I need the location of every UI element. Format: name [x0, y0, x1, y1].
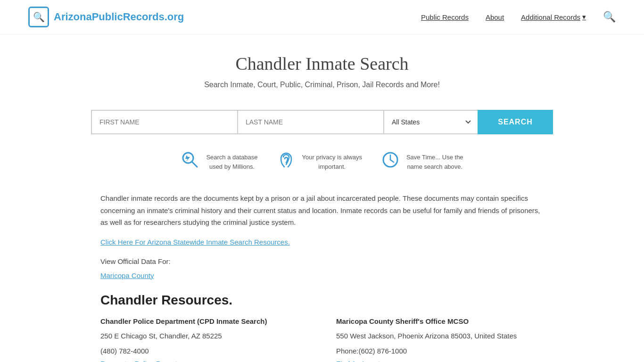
fingerprint-icon: [277, 150, 296, 173]
resource-left-link[interactable]: Request a Police Report: [100, 360, 177, 362]
search-lightning-icon: [181, 150, 199, 173]
resource-right-link[interactable]: Find An Inmate: [336, 360, 384, 362]
chevron-down-icon: ▾: [582, 13, 586, 21]
view-official-label: View Official Data For:: [100, 255, 544, 268]
resource-right-phone: Phone:(602) 876-1000: [336, 345, 544, 357]
site-header: 🔍 ArizonaPublicRecords.org Public Record…: [0, 0, 644, 34]
resources-heading: Chandler Resources.: [100, 293, 544, 308]
feature-database: Search a databaseused by Millions.: [181, 150, 257, 173]
resource-left-phone: (480) 782-4000: [100, 345, 308, 357]
resource-card-left: Chandler Police Department (CPD Inmate S…: [100, 317, 308, 362]
search-icon[interactable]: 🔍: [603, 11, 616, 23]
svg-line-4: [390, 160, 394, 162]
feature-database-text: Search a databaseused by Millions.: [206, 153, 257, 171]
state-select[interactable]: All States Alabama Alaska Arizona Arkans…: [383, 110, 478, 134]
last-name-input[interactable]: [237, 110, 383, 134]
resource-right-name: Maricopa County Sheriff's Office MCSO: [336, 317, 544, 325]
clock-icon: [381, 150, 400, 173]
first-name-input[interactable]: [91, 110, 237, 134]
hero-subtitle: Search Inmate, Court, Public, Criminal, …: [28, 81, 616, 89]
resource-left-name: Chandler Police Department (CPD Inmate S…: [100, 317, 308, 325]
hero-section: Chandler Inmate Search Search Inmate, Co…: [0, 34, 644, 99]
county-link[interactable]: Maricopa County: [100, 272, 154, 280]
resources-grid: Chandler Police Department (CPD Inmate S…: [100, 317, 544, 362]
search-bar: All States Alabama Alaska Arizona Arkans…: [63, 99, 581, 146]
az-inmate-link[interactable]: Click Here For Arizona Statewide Inmate …: [100, 238, 290, 246]
feature-time-text: Save Time... Use thename search above.: [406, 153, 463, 171]
resource-card-right: Maricopa County Sheriff's Office MCSO 55…: [336, 317, 544, 362]
resource-left-address: 250 E Chicago St, Chandler, AZ 85225: [100, 330, 308, 342]
nav-additional-records[interactable]: Additional Records ▾: [521, 13, 586, 21]
features-row: Search a databaseused by Millions. Your …: [63, 146, 581, 188]
nav-about[interactable]: About: [486, 13, 504, 21]
feature-privacy-text: Your privacy is alwaysimportant.: [302, 153, 362, 171]
svg-line-1: [192, 162, 197, 167]
logo-link[interactable]: 🔍 ArizonaPublicRecords.org: [28, 7, 184, 27]
logo-icon: 🔍: [28, 7, 49, 27]
feature-time: Save Time... Use thename search above.: [381, 150, 463, 173]
logo-text: ArizonaPublicRecords.org: [54, 11, 184, 23]
page-title: Chandler Inmate Search: [28, 53, 616, 74]
resource-right-address: 550 West Jackson, Phoenix Arizona 85003,…: [336, 330, 544, 342]
main-nav: Public Records About Additional Records …: [421, 11, 616, 23]
nav-public-records[interactable]: Public Records: [421, 13, 469, 21]
search-button[interactable]: SEARCH: [478, 110, 553, 134]
main-content: Chandler inmate records are the document…: [63, 188, 581, 362]
feature-privacy: Your privacy is alwaysimportant.: [277, 150, 362, 173]
description-text: Chandler inmate records are the document…: [100, 192, 544, 229]
